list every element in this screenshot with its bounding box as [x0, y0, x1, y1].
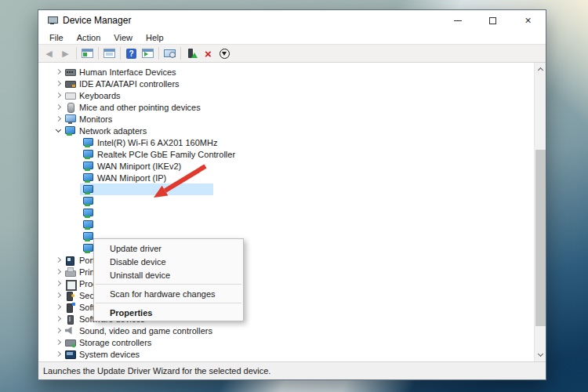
tree-item-ide-controllers[interactable]: IDE ATA/ATAPI controllers — [38, 78, 534, 89]
help-button[interactable]: ? — [123, 45, 140, 61]
update-driver-icon — [186, 48, 198, 59]
tree-item-adapter[interactable] — [38, 219, 534, 230]
chevron-right-icon[interactable] — [51, 254, 65, 266]
update-driver-button[interactable] — [183, 45, 200, 61]
tree-item-intel-wifi[interactable]: Intel(R) Wi-Fi 6 AX201 160MHz — [38, 136, 534, 148]
status-text: Launches the Update Driver Wizard for th… — [43, 366, 270, 376]
device-tree-pane: Human Interface Devices IDE ATA/ATAPI co… — [38, 63, 546, 361]
mouse-icon — [65, 103, 75, 112]
context-menu-item-properties[interactable]: Properties — [94, 306, 243, 319]
chevron-right-icon[interactable] — [51, 348, 65, 360]
tree-item-human-interface-devices[interactable]: Human Interface Devices — [38, 66, 534, 78]
usb-controller-icon — [65, 361, 75, 362]
storage-controller-icon — [65, 338, 75, 347]
scroll-down-button[interactable] — [535, 349, 546, 361]
forward-button[interactable]: ▶ — [57, 45, 74, 61]
tree-item-sound-controllers[interactable]: Sound, video and game controllers — [38, 325, 534, 336]
tree-item-wan-miniport-ikev2[interactable]: WAN Miniport (IKEv2) — [38, 160, 534, 172]
close-button[interactable]: × — [510, 10, 546, 31]
chevron-right-icon[interactable] — [51, 101, 65, 113]
chevron-right-icon[interactable] — [51, 266, 65, 278]
title-bar[interactable]: Device Manager × — [38, 10, 546, 31]
printer-icon — [65, 267, 75, 277]
show-console-tree-icon — [82, 49, 93, 58]
context-menu-item-disable-device[interactable]: Disable device — [94, 255, 243, 268]
forward-icon: ▶ — [62, 49, 68, 59]
chevron-down-icon[interactable] — [51, 125, 65, 136]
tree-item-monitors[interactable]: Monitors — [38, 113, 534, 125]
tree-item-system-devices[interactable]: System devices — [38, 348, 534, 360]
export-list-button[interactable] — [101, 45, 118, 61]
back-icon: ◀ — [45, 49, 52, 59]
menu-view[interactable]: View — [111, 33, 136, 42]
vertical-scrollbar[interactable] — [534, 63, 546, 361]
show-console-tree-button[interactable] — [79, 45, 96, 61]
menu-file[interactable]: File — [46, 33, 67, 42]
window-title: Device Manager — [63, 15, 131, 26]
menu-action[interactable]: Action — [74, 33, 104, 42]
maximize-button[interactable] — [475, 10, 510, 31]
toolbar-separator — [180, 47, 181, 60]
network-adapter-icon — [65, 126, 75, 136]
uninstall-device-icon: × — [205, 48, 212, 60]
chevron-right-icon[interactable] — [51, 313, 65, 325]
tree-item-realtek-pcie[interactable]: Realtek PCIe GbE Family Controller — [38, 148, 534, 160]
toolbar-separator — [76, 47, 77, 60]
chevron-right-icon[interactable] — [51, 89, 65, 101]
network-adapter-icon — [83, 232, 93, 241]
chevron-up-icon — [538, 67, 543, 73]
tree-item-adapter[interactable] — [38, 195, 534, 207]
context-menu-item-uninstall-device[interactable]: Uninstall device — [94, 268, 243, 281]
uninstall-device-button[interactable]: × — [200, 45, 216, 61]
hid-icon — [65, 67, 75, 77]
help-icon: ? — [126, 49, 136, 59]
software-component-icon — [65, 303, 75, 312]
export-list-icon — [103, 49, 115, 58]
tree-item-keyboards[interactable]: Keyboards — [38, 89, 534, 101]
chevron-right-icon[interactable] — [51, 113, 65, 125]
chevron-right-icon[interactable] — [51, 360, 65, 361]
toolbar-separator — [158, 47, 159, 60]
chevron-right-icon[interactable] — [51, 289, 65, 301]
scan-hardware-button[interactable] — [216, 45, 233, 61]
chevron-right-icon[interactable] — [51, 301, 65, 313]
tree-item-network-adapters[interactable]: Network adapters — [38, 125, 534, 136]
close-icon: × — [524, 15, 531, 26]
menu-bar: File Action View Help — [38, 31, 546, 44]
show-action-pane-button[interactable] — [140, 45, 156, 61]
remote-computer-icon — [164, 49, 176, 57]
menu-help[interactable]: Help — [143, 33, 167, 42]
network-adapter-icon — [83, 173, 93, 183]
tree-item-mice[interactable]: Mice and other pointing devices — [38, 101, 534, 113]
back-button[interactable]: ◀ — [41, 45, 57, 61]
tree-item-adapter[interactable] — [38, 207, 534, 219]
chevron-down-icon — [538, 351, 543, 357]
context-menu-separator — [96, 303, 241, 303]
scrollbar-thumb[interactable] — [535, 150, 546, 326]
scroll-up-button[interactable] — [535, 63, 546, 75]
ports-icon — [65, 256, 75, 265]
network-adapter-icon — [83, 185, 93, 194]
chevron-right-icon[interactable] — [51, 325, 65, 336]
chevron-right-icon[interactable] — [51, 336, 65, 348]
scan-for-hardware-changes-icon — [220, 49, 230, 59]
tree-item-selected-adapter[interactable] — [38, 183, 534, 195]
minimize-button[interactable] — [440, 10, 475, 31]
device-manager-app-icon — [48, 16, 57, 24]
chevron-right-icon[interactable] — [51, 278, 65, 289]
context-menu-item-update-driver[interactable]: Update driver — [94, 241, 243, 255]
chevron-right-icon[interactable] — [51, 66, 65, 78]
remote-computer-button[interactable] — [162, 45, 178, 61]
toolbar-separator — [120, 47, 121, 60]
ide-controller-icon — [65, 79, 75, 89]
tree-item-storage-controllers[interactable]: Storage controllers — [38, 336, 534, 348]
network-adapter-icon — [83, 162, 93, 171]
tree-item-usb-controllers[interactable]: Universal Serial Bus controllers — [38, 360, 534, 361]
context-menu-item-scan-hardware[interactable]: Scan for hardware changes — [94, 287, 243, 300]
network-adapter-icon — [83, 244, 93, 253]
tree-item-wan-miniport-ip[interactable]: WAN Miniport (IP) — [38, 172, 534, 183]
chevron-right-icon[interactable] — [51, 78, 65, 89]
processor-icon — [65, 279, 75, 289]
network-adapter-icon — [83, 138, 93, 147]
context-menu-separator — [96, 284, 241, 285]
